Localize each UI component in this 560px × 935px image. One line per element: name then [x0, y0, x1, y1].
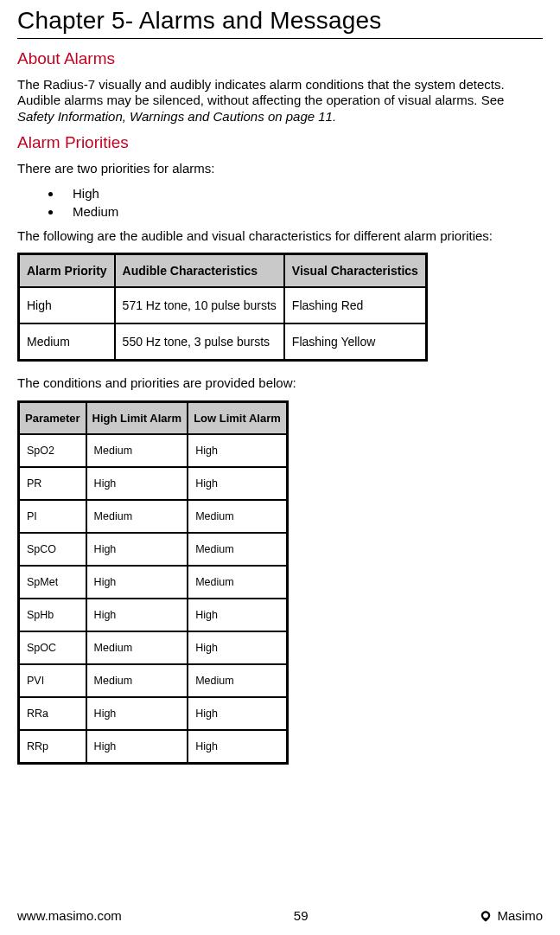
about-text: The Radius-7 visually and audibly indica…: [17, 77, 505, 107]
th-visual: Visual Characteristics: [285, 255, 425, 286]
parameter-priority-table: Parameter High Limit Alarm Low Limit Ala…: [17, 400, 289, 765]
td: High: [87, 698, 188, 729]
table-row: PRHighHigh: [20, 468, 286, 499]
table-row: PVIMediumMedium: [20, 665, 286, 696]
td: Medium: [87, 665, 188, 696]
table-row: Parameter High Limit Alarm Low Limit Ala…: [20, 403, 286, 433]
table-row: High 571 Hz tone, 10 pulse bursts Flashi…: [20, 288, 425, 323]
th-parameter: Parameter: [20, 403, 86, 433]
td: Medium: [87, 435, 188, 466]
td: SpMet: [20, 567, 86, 598]
footer-brand-text: Masimo: [497, 908, 543, 923]
td: High: [87, 599, 188, 631]
priorities-followup: The following are the audible and visual…: [17, 228, 543, 244]
td: High: [87, 468, 188, 499]
page-number: 59: [294, 908, 309, 923]
table-row: SpO2MediumHigh: [20, 435, 286, 466]
conditions-intro: The conditions and priorities are provid…: [17, 375, 543, 391]
td: High: [188, 698, 286, 729]
td: High: [188, 731, 286, 762]
td: High: [20, 288, 114, 323]
priorities-list: High Medium: [17, 185, 543, 221]
section-priorities-heading: Alarm Priorities: [17, 133, 543, 152]
td: SpOC: [20, 632, 86, 663]
td: Medium: [20, 324, 114, 359]
td: SpCO: [20, 534, 86, 565]
td: Medium: [87, 501, 188, 532]
section-about-heading: About Alarms: [17, 49, 543, 68]
td: High: [188, 435, 286, 466]
td: RRa: [20, 698, 86, 729]
th-low-limit: Low Limit Alarm: [188, 403, 286, 433]
th-alarm-priority: Alarm Priority: [20, 255, 114, 286]
td: High: [188, 632, 286, 663]
about-text-italic: Safety Information, Warnings and Caution…: [17, 109, 336, 124]
table-row: SpOCMediumHigh: [20, 632, 286, 663]
td: PR: [20, 468, 86, 499]
masimo-logo-icon: [480, 910, 492, 922]
td: Medium: [188, 501, 286, 532]
td: Medium: [188, 534, 286, 565]
td: Flashing Red: [285, 288, 425, 323]
table-row: RRpHighHigh: [20, 731, 286, 762]
th-audible: Audible Characteristics: [116, 255, 283, 286]
td: High: [87, 731, 188, 762]
td: High: [87, 534, 188, 565]
table-row: RRaHighHigh: [20, 698, 286, 729]
about-paragraph: The Radius-7 visually and audibly indica…: [17, 77, 543, 125]
alarm-characteristics-table: Alarm Priority Audible Characteristics V…: [17, 253, 428, 362]
td: High: [188, 468, 286, 499]
table-row: Medium 550 Hz tone, 3 pulse bursts Flash…: [20, 324, 425, 359]
chapter-title: Chapter 5- Alarms and Messages: [17, 7, 543, 35]
page-footer: www.masimo.com 59 Masimo: [17, 908, 543, 923]
td: RRp: [20, 731, 86, 762]
td: PI: [20, 501, 86, 532]
td: Medium: [188, 567, 286, 598]
table-row: SpHbHighHigh: [20, 599, 286, 631]
th-high-limit: High Limit Alarm: [87, 403, 188, 433]
table-row: SpMetHighMedium: [20, 567, 286, 598]
td: 550 Hz tone, 3 pulse bursts: [116, 324, 283, 359]
list-item: High: [62, 185, 543, 203]
td: Medium: [188, 665, 286, 696]
footer-brand: Masimo: [480, 908, 543, 923]
list-item: Medium: [62, 203, 543, 221]
td: Medium: [87, 632, 188, 663]
title-rule: [17, 38, 543, 39]
table-row: PIMediumMedium: [20, 501, 286, 532]
td: SpHb: [20, 599, 86, 631]
table-row: Alarm Priority Audible Characteristics V…: [20, 255, 425, 286]
td: 571 Hz tone, 10 pulse bursts: [116, 288, 283, 323]
td: Flashing Yellow: [285, 324, 425, 359]
td: PVI: [20, 665, 86, 696]
td: SpO2: [20, 435, 86, 466]
td: High: [188, 599, 286, 631]
td: High: [87, 567, 188, 598]
table-row: SpCOHighMedium: [20, 534, 286, 565]
footer-url: www.masimo.com: [17, 908, 122, 923]
priorities-intro: There are two priorities for alarms:: [17, 161, 543, 176]
